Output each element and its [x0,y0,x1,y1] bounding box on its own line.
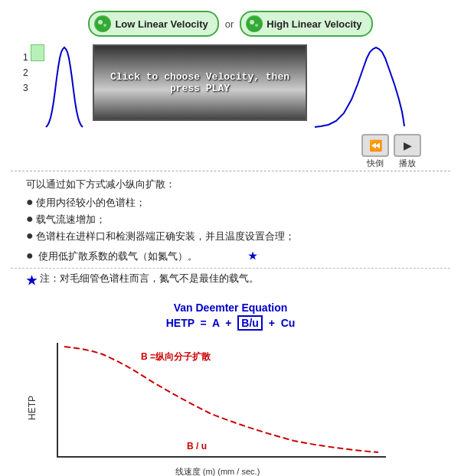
dot-label-2: 2 [23,67,31,78]
svg-point-0 [95,16,110,31]
note-section: ★ 注：对毛细管色谱柱而言，氮气不是最佳的载气。 [11,268,450,294]
svg-point-5 [255,24,258,27]
bullet-dot-1: ● [26,194,34,210]
equation-line: HETP = A + B/u + Cu [26,317,435,329]
play-button[interactable]: ▶ [394,134,421,157]
star-decoration: ★ [248,248,257,265]
rewind-label: 快倒 [367,158,384,169]
dot-row-3: 3 [23,83,31,93]
chart-wrapper: HETP B =纵向分子扩散 B / u 线速度 (m) (mm / sec.) [26,335,435,476]
play-label: 播放 [399,158,416,169]
bullet-dot-3: ● [26,228,34,244]
equation-prefix: HETP = A + [166,317,238,329]
chart-plot-area: B =纵向分子扩散 B / u 线速度 (m) (mm / sec.) [41,335,394,476]
sim-screen[interactable]: Click to choose Velocity, then press PLA… [93,44,307,121]
svg-point-3 [247,16,262,31]
bullet-3: ● 色谱柱在进样口和检测器端正确安装，并且温度设置合理； [26,228,435,245]
bullet-2: ● 载气流速增加； [26,211,435,228]
note-star: ★ [26,273,37,288]
svg-point-1 [98,20,103,24]
rewind-group: ⏪ 快倒 [361,134,389,169]
dot-label-1: 1 [23,52,31,63]
left-curve [44,44,87,131]
dot-row-2: 2 [23,67,31,78]
simulation-area: 1 2 3 [0,44,461,131]
note-line: ★ 注：对毛细管色谱柱而言，氮气不是最佳的载气。 [26,272,435,288]
controls-row: ⏪ 快倒 ▶ 播放 [0,134,461,169]
right-curve [313,44,405,131]
low-velocity-icon [94,15,111,32]
play-group: ▶ 播放 [394,134,421,169]
high-velocity-button[interactable]: High Linear Velocity [240,11,372,37]
high-velocity-label: High Linear Velocity [266,18,361,30]
play-icon: ▶ [404,139,412,152]
equation-suffix: + Cu [263,317,295,329]
svg-point-2 [103,24,106,27]
bullet-text-1: 使用内径较小的色谱柱； [36,194,145,211]
svg-point-4 [250,20,254,24]
rewind-button[interactable]: ⏪ [361,134,389,157]
y-axis-label: HETP [27,396,38,420]
chart-title: Van Deemter Equation [26,302,435,314]
rewind-icon: ⏪ [369,139,382,152]
x-axis-label: 线速度 (m) (mm / sec.) [175,466,260,476]
content-section: 可以通过如下方式减小纵向扩散： ● 使用内径较小的色谱柱； ● 载气流速增加； … [11,171,450,268]
dot-label-3: 3 [23,83,31,93]
bullet-dot-4: ● [26,248,34,264]
left-panel: 1 2 3 [23,44,87,131]
low-velocity-label: Low Linear Velocity [115,18,208,30]
chart-section: Van Deemter Equation HETP = A + B/u + Cu… [11,294,450,476]
center-panel: Click to choose Velocity, then press PLA… [93,44,307,121]
note-text: 注：对毛细管色谱柱而言，氮气不是最佳的载气。 [40,272,259,285]
or-separator: or [225,18,234,30]
bullet-text-3: 色谱柱在进样口和检测器端正确安装，并且温度设置合理； [36,228,295,245]
dot-row-1: 1 [23,52,31,63]
sim-prompt: Click to choose Velocity, then press PLA… [94,71,306,94]
dots-column [31,44,44,61]
extra-line: ● 使用低扩散系数的载气（如氮气）。 ★ [26,248,435,265]
chart-svg [57,343,394,458]
extra-text: 使用低扩散系数的载气（如氮气）。 [38,248,198,265]
top-buttons-row: Low Linear Velocity or High Linear Veloc… [0,0,461,44]
low-velocity-button[interactable]: Low Linear Velocity [88,11,218,37]
content-title: 可以通过如下方式减小纵向扩散： [26,176,435,193]
bullet-1: ● 使用内径较小的色谱柱； [26,194,435,211]
high-velocity-icon [246,15,263,32]
b-highlight: B/u [237,315,263,331]
bullet-dot-2: ● [26,211,34,227]
bullet-text-2: 载气流速增加； [36,211,106,228]
